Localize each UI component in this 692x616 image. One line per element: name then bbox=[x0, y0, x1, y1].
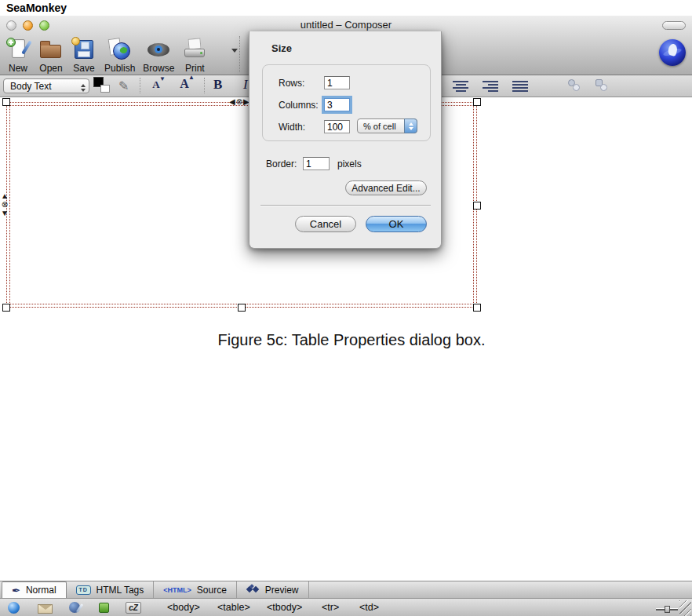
column-edit-widget: ◀ ⊗ ▶ bbox=[229, 97, 249, 106]
decrease-font-button[interactable]: A ▼ bbox=[146, 77, 166, 94]
save-button-label: Save bbox=[73, 63, 94, 74]
html-source-icon: <HTML> bbox=[163, 586, 191, 594]
popup-stepper-icon bbox=[404, 118, 417, 133]
resize-grip[interactable] bbox=[679, 600, 691, 616]
open-folder-icon bbox=[38, 37, 64, 62]
open-button-label: Open bbox=[39, 63, 62, 74]
width-input[interactable] bbox=[324, 120, 350, 133]
italic-button[interactable]: I bbox=[243, 77, 248, 93]
insert-row-below-icon[interactable]: ▼ bbox=[1, 209, 9, 217]
cancel-button[interactable]: Cancel bbox=[295, 216, 356, 232]
screen: SeaMonkey untitled – Composer New Open S… bbox=[0, 0, 692, 616]
chatzilla-icon[interactable]: cZ bbox=[126, 602, 141, 614]
preview-icon bbox=[246, 585, 260, 595]
tab-normal-label: Normal bbox=[26, 585, 56, 596]
highlight-pencil-icon[interactable]: ✎ bbox=[118, 78, 129, 93]
toolbar-toggle-pill[interactable] bbox=[662, 21, 686, 30]
table-resize-handle-bottom-center[interactable] bbox=[238, 304, 246, 312]
border-label: Border: bbox=[266, 159, 297, 169]
align-right-button[interactable] bbox=[483, 81, 498, 92]
align-justify-button[interactable] bbox=[512, 81, 528, 92]
composer-icon[interactable] bbox=[69, 602, 80, 613]
image-button[interactable] bbox=[541, 80, 552, 91]
zoom-slider[interactable] bbox=[656, 606, 678, 613]
increase-font-button[interactable]: A ▲ bbox=[174, 77, 195, 94]
width-unit-popup[interactable]: % of cell bbox=[357, 118, 417, 133]
browse-button-label: Browse bbox=[143, 63, 174, 74]
columns-label: Columns: bbox=[279, 100, 319, 111]
navigator-icon[interactable] bbox=[8, 602, 20, 614]
paragraph-style-popup[interactable]: Body Text bbox=[3, 78, 89, 93]
columns-input[interactable] bbox=[324, 98, 350, 111]
print-button[interactable]: Print bbox=[178, 36, 211, 74]
format-separator bbox=[140, 78, 140, 93]
send-to-back-button[interactable] bbox=[595, 79, 610, 92]
tab-normal[interactable]: ✒ Normal bbox=[2, 581, 67, 598]
publish-globe-icon bbox=[107, 37, 133, 62]
mail-icon[interactable] bbox=[38, 604, 53, 614]
tab-html-tags[interactable]: TD HTML Tags bbox=[67, 581, 155, 598]
breadcrumb-tbody[interactable]: <tbody> bbox=[267, 599, 302, 616]
arrow-down-icon: ▼ bbox=[159, 75, 166, 82]
border-input[interactable] bbox=[303, 157, 330, 170]
border-unit-label: pixels bbox=[337, 159, 362, 169]
dialog-section-title: Size bbox=[271, 42, 292, 54]
row-edit-widget: ▲ ⊗ ▼ bbox=[1, 191, 9, 217]
table-properties-dialog: Size Rows: Columns: Width: % of cell Bor… bbox=[249, 31, 442, 249]
new-button-label: New bbox=[9, 63, 27, 74]
browse-button[interactable]: Browse bbox=[139, 36, 178, 74]
insert-row-above-icon[interactable]: ▲ bbox=[1, 191, 9, 200]
toolbar-separator bbox=[239, 36, 240, 72]
tab-html-tags-label: HTML Tags bbox=[97, 585, 144, 596]
app-menu[interactable]: SeaMonkey bbox=[6, 0, 67, 16]
rows-input[interactable] bbox=[324, 76, 350, 89]
save-floppy-icon bbox=[71, 37, 97, 62]
table-resize-handle-bottom-left[interactable] bbox=[2, 304, 10, 312]
dialog-separator bbox=[260, 205, 431, 206]
popup-stepper-icon bbox=[81, 81, 86, 95]
table-resize-handle-top-right[interactable] bbox=[473, 98, 481, 106]
format-separator bbox=[204, 78, 205, 93]
arrow-up-icon: ▲ bbox=[188, 74, 195, 81]
advanced-edit-button[interactable]: Advanced Edit... bbox=[345, 180, 427, 195]
table-resize-handle-bottom-right[interactable] bbox=[473, 304, 481, 312]
breadcrumb-tr[interactable]: <tr> bbox=[322, 599, 339, 616]
delete-row-icon[interactable]: ⊗ bbox=[2, 200, 8, 209]
width-unit-value: % of cell bbox=[363, 122, 396, 131]
open-button[interactable]: Open bbox=[35, 36, 67, 74]
bold-button[interactable]: B bbox=[213, 77, 222, 93]
tab-preview[interactable]: Preview bbox=[237, 581, 309, 598]
print-button-label: Print bbox=[185, 63, 205, 74]
new-button[interactable]: New bbox=[2, 36, 35, 74]
browse-eye-icon bbox=[146, 37, 171, 62]
align-center-button[interactable] bbox=[453, 81, 468, 92]
address-book-icon[interactable] bbox=[99, 603, 109, 613]
figure-caption: Figure 5c: Table Properties dialog box. bbox=[0, 331, 692, 349]
save-button[interactable]: Save bbox=[67, 36, 100, 74]
seamonkey-throbber-icon[interactable] bbox=[659, 39, 686, 66]
breadcrumb-td[interactable]: <td> bbox=[359, 599, 379, 616]
table-resize-handle-top-left[interactable] bbox=[2, 98, 10, 106]
paragraph-style-value: Body Text bbox=[10, 81, 51, 92]
width-label: Width: bbox=[279, 122, 305, 133]
tab-source[interactable]: <HTML> Source bbox=[154, 581, 237, 598]
bring-to-front-button[interactable] bbox=[568, 79, 582, 92]
print-printer-icon bbox=[182, 37, 207, 62]
breadcrumb-body[interactable]: <body> bbox=[167, 599, 200, 616]
edit-mode-bar: ✒ Normal TD HTML Tags <HTML> Source Prev… bbox=[0, 581, 692, 598]
ok-button[interactable]: OK bbox=[366, 216, 427, 232]
insert-column-left-icon[interactable]: ◀ bbox=[229, 97, 235, 106]
new-page-icon bbox=[5, 37, 31, 62]
print-menu-caret-icon[interactable] bbox=[231, 49, 238, 56]
background-color-swatch[interactable] bbox=[100, 85, 110, 93]
td-tag-icon: TD bbox=[76, 585, 91, 595]
breadcrumb-table[interactable]: <table> bbox=[217, 599, 250, 616]
pen-icon: ✒ bbox=[12, 585, 20, 596]
tab-source-label: Source bbox=[197, 585, 227, 596]
publish-button[interactable]: Publish bbox=[100, 36, 139, 74]
menu-bar: SeaMonkey bbox=[0, 0, 692, 16]
table-resize-handle-mid-right[interactable] bbox=[473, 202, 481, 210]
rows-label: Rows: bbox=[279, 78, 304, 89]
status-bar: cZ <body> <table> <tbody> <tr> <td> bbox=[0, 598, 692, 616]
delete-column-icon[interactable]: ⊗ bbox=[236, 97, 242, 106]
